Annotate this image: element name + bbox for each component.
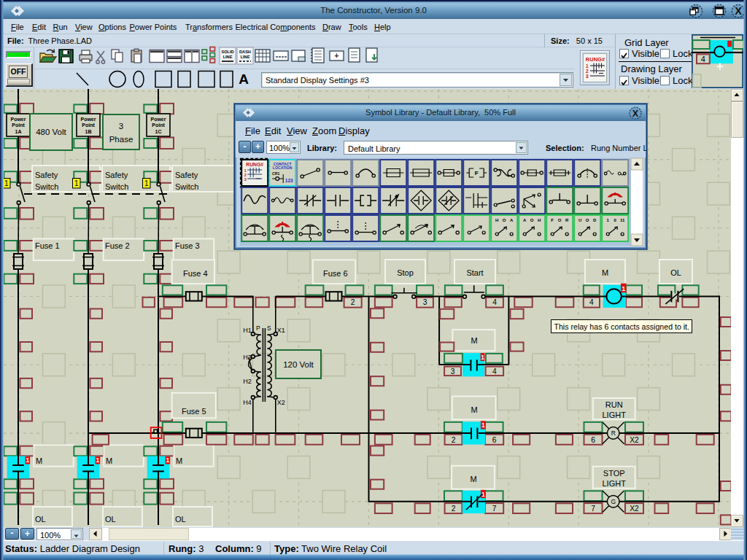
svg-text:3: 3 [244,177,247,182]
svg-text:OL: OL [670,268,681,277]
svg-text:H1: H1 [243,327,252,334]
svg-text:X1: X1 [277,327,285,334]
svg-text:Power: Power [80,117,96,122]
svg-text:1: 1 [144,179,149,187]
svg-text:RUNG#: RUNG# [246,162,263,167]
svg-text:H: H [538,218,541,222]
svg-text:123: 123 [285,178,293,183]
svg-text:4: 4 [589,298,594,306]
svg-text:6: 6 [492,436,497,444]
svg-text:X2: X2 [277,399,285,406]
svg-text:Point: Point [82,122,95,128]
svg-text:X2: X2 [630,505,639,513]
svg-text:OL: OL [175,515,186,524]
svg-text:1: 1 [481,354,484,361]
svg-text:M: M [106,456,112,465]
svg-text:X: X [735,5,742,17]
svg-text:Fuse 5: Fuse 5 [182,407,206,416]
svg-text:DASH: DASH [239,50,251,54]
svg-text:4: 4 [492,298,497,306]
svg-text:2: 2 [452,436,456,444]
svg-text:4: 4 [701,55,705,63]
svg-text:Fuse 3: Fuse 3 [175,241,200,250]
svg-text:M: M [471,336,477,345]
svg-text:O: O [558,218,562,222]
svg-text:1: 1 [481,421,485,429]
svg-text:Power: Power [10,117,26,122]
svg-text:Fuse 2: Fuse 2 [105,241,130,250]
svg-text:Safety: Safety [105,171,128,179]
svg-text:M: M [36,456,42,465]
svg-text:11: 11 [620,218,625,222]
svg-text:H4: H4 [243,399,252,406]
svg-text:R: R [565,218,569,222]
svg-text:Power: Power [150,117,166,122]
svg-text:Switch: Switch [175,182,198,191]
svg-text:X2: X2 [630,436,639,444]
svg-text:Start: Start [466,268,483,277]
svg-text:Switch: Switch [105,182,128,191]
svg-text:O: O [503,218,506,222]
svg-text:F: F [551,218,554,222]
svg-text:O: O [586,218,589,222]
svg-text:1B: 1B [85,129,92,134]
svg-text:M: M [176,456,182,465]
svg-text:2: 2 [452,505,456,513]
svg-text:RUN: RUN [605,400,623,409]
svg-text:OL: OL [35,515,46,524]
svg-text:OL: OL [105,515,116,524]
svg-text:LINE: LINE [241,55,250,59]
svg-text:1: 1 [26,456,30,464]
svg-text:H: H [495,218,498,222]
svg-text:7: 7 [492,505,497,513]
svg-text:LINE: LINE [223,55,233,59]
svg-text:+: + [335,52,339,60]
svg-text:A: A [510,218,514,222]
svg-text:P: P [256,324,260,332]
svg-text:H3: H3 [243,354,252,361]
svg-text:Switch: Switch [35,182,58,191]
svg-text:1: 1 [166,456,170,464]
svg-text:6: 6 [591,436,595,444]
svg-text:1: 1 [4,179,9,187]
svg-text:LOCATION: LOCATION [273,166,293,170]
svg-text:LIGHT: LIGHT [602,479,626,488]
svg-text:120 Volt: 120 Volt [283,360,314,369]
svg-text:1A: 1A [15,129,22,134]
svg-text:R: R [611,429,616,437]
svg-text:Fuse 6: Fuse 6 [323,269,348,278]
svg-text:U: U [578,218,581,222]
svg-text:M: M [471,405,477,414]
svg-text:1: 1 [96,456,100,464]
svg-text:Point: Point [152,122,165,128]
svg-text:CR1: CR1 [272,171,279,176]
svg-text:M: M [602,268,608,277]
svg-text:Fuse 4: Fuse 4 [183,269,208,278]
svg-text:Safety: Safety [175,171,198,179]
svg-text:2: 2 [351,298,355,306]
svg-text:7: 7 [591,505,595,513]
svg-text:Fuse 1: Fuse 1 [35,241,60,250]
svg-text:Stop: Stop [397,268,414,277]
svg-text:F: F [475,170,479,176]
svg-text:1C: 1C [155,129,162,134]
svg-text:A: A [239,71,249,87]
svg-text:1: 1 [74,179,79,187]
svg-text:LIGHT: LIGHT [602,411,626,419]
svg-text:H2: H2 [243,378,252,385]
svg-text:SOLID: SOLID [221,50,233,54]
svg-text:Safety: Safety [35,171,58,179]
svg-text:Point: Point [12,122,25,128]
svg-text:D: D [593,218,597,222]
svg-text:3: 3 [423,298,427,306]
svg-text:3: 3 [451,368,455,376]
svg-text:M: M [470,475,476,483]
svg-text:3: 3 [119,122,123,131]
svg-text:O: O [530,218,534,222]
svg-text:G: G [611,498,616,505]
svg-text:480 Volt: 480 Volt [36,128,66,136]
svg-text:STOP: STOP [603,469,625,478]
svg-text:A: A [523,218,527,222]
svg-text:1: 1 [622,285,625,292]
svg-text:S: S [267,324,271,332]
